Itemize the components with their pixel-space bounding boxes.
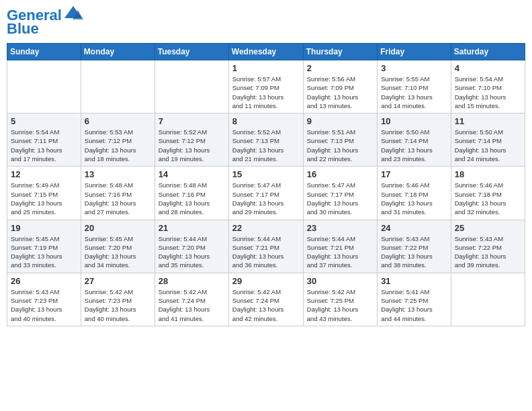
calendar-cell: 12Sunrise: 5:49 AMSunset: 7:15 PMDayligh… [7, 167, 81, 220]
day-info-line: Sunset: 7:22 PM [381, 244, 428, 251]
day-info-line: Sunrise: 5:52 AM [159, 128, 207, 136]
day-info-line: Sunrise: 5:44 AM [232, 235, 281, 242]
day-info-line: Sunrise: 5:44 AM [159, 235, 207, 242]
day-number: 19 [11, 223, 77, 233]
day-info-line: and 29 minutes. [232, 208, 278, 216]
day-info: Sunrise: 5:47 AMSunset: 7:17 PMDaylight:… [232, 181, 300, 216]
day-info-line: Daylight: 13 hours [232, 93, 284, 101]
day-info: Sunrise: 5:48 AMSunset: 7:16 PMDaylight:… [159, 181, 225, 216]
day-info: Sunrise: 5:41 AMSunset: 7:25 PMDaylight:… [381, 287, 447, 323]
day-info: Sunrise: 5:50 AMSunset: 7:14 PMDaylight:… [455, 128, 521, 163]
day-number: 14 [159, 169, 225, 179]
day-info-line: Sunset: 7:23 PM [85, 297, 132, 304]
day-info-line: Daylight: 13 hours [232, 146, 284, 154]
day-info-line: Sunrise: 5:54 AM [455, 75, 503, 83]
day-info-line: Sunrise: 5:47 AM [232, 181, 281, 189]
day-info-line: Sunset: 7:10 PM [381, 84, 428, 91]
day-info-line: Sunrise: 5:43 AM [11, 288, 59, 295]
day-info-line: and 37 minutes. [307, 261, 353, 269]
day-info-line: Daylight: 13 hours [455, 93, 506, 101]
day-info-line: Daylight: 13 hours [307, 93, 359, 101]
day-number: 12 [11, 169, 77, 179]
day-info-line: Sunrise: 5:46 AM [381, 181, 429, 189]
day-info-line: and 31 minutes. [381, 208, 427, 216]
day-info-line: Sunset: 7:25 PM [307, 297, 354, 304]
day-info-line: and 41 minutes. [159, 315, 204, 322]
day-info-line: Sunset: 7:19 PM [11, 244, 58, 251]
calendar-cell: 22Sunrise: 5:44 AMSunset: 7:21 PMDayligh… [228, 220, 303, 273]
day-info-line: and 13 minutes. [307, 102, 353, 109]
day-info-line: Daylight: 13 hours [381, 253, 433, 260]
day-info-line: Sunset: 7:16 PM [159, 191, 206, 198]
calendar-cell: 25Sunrise: 5:43 AMSunset: 7:22 PMDayligh… [451, 220, 525, 273]
day-info-line: and 24 minutes. [455, 155, 500, 163]
calendar-cell: 19Sunrise: 5:45 AMSunset: 7:19 PMDayligh… [7, 220, 81, 273]
day-info-line: Sunrise: 5:47 AM [307, 181, 355, 189]
day-info-line: Sunset: 7:20 PM [159, 244, 206, 251]
day-info-line: Sunrise: 5:53 AM [85, 128, 133, 136]
day-number: 10 [381, 116, 447, 126]
day-number: 26 [11, 276, 77, 286]
day-info-line: and 11 minutes. [232, 102, 278, 109]
day-info: Sunrise: 5:42 AMSunset: 7:23 PMDaylight:… [85, 287, 151, 323]
day-info-line: and 42 minutes. [232, 315, 278, 322]
day-info-line: and 25 minutes. [11, 208, 56, 216]
day-info: Sunrise: 5:45 AMSunset: 7:19 PMDaylight:… [11, 234, 77, 270]
day-info-line: Sunset: 7:09 PM [232, 84, 279, 91]
day-info-line: and 21 minutes. [232, 155, 278, 163]
day-number: 29 [232, 276, 300, 286]
day-number: 5 [11, 116, 77, 126]
calendar-cell [7, 60, 81, 113]
day-info-line: Sunrise: 5:42 AM [307, 288, 355, 295]
day-info: Sunrise: 5:44 AMSunset: 7:21 PMDaylight:… [307, 234, 373, 270]
day-info-line: Sunset: 7:13 PM [307, 137, 354, 144]
day-info-line: Sunset: 7:10 PM [455, 84, 502, 91]
calendar-cell [81, 60, 154, 113]
day-info: Sunrise: 5:51 AMSunset: 7:13 PMDaylight:… [307, 128, 373, 163]
day-info-line: Daylight: 13 hours [455, 199, 506, 207]
calendar-cell: 29Sunrise: 5:42 AMSunset: 7:24 PMDayligh… [228, 273, 303, 326]
day-info-line: and 40 minutes. [11, 315, 56, 322]
day-info: Sunrise: 5:56 AMSunset: 7:09 PMDaylight:… [307, 75, 373, 110]
calendar-cell: 8Sunrise: 5:52 AMSunset: 7:13 PMDaylight… [228, 113, 303, 167]
day-number: 13 [85, 169, 151, 179]
calendar-cell: 23Sunrise: 5:44 AMSunset: 7:21 PMDayligh… [303, 220, 377, 273]
page: General Blue SundayMondayTuesdayWednesda… [0, 0, 532, 411]
calendar-cell: 13Sunrise: 5:48 AMSunset: 7:16 PMDayligh… [81, 167, 154, 220]
calendar: SundayMondayTuesdayWednesdayThursdayFrid… [7, 43, 525, 326]
day-info: Sunrise: 5:47 AMSunset: 7:17 PMDaylight:… [307, 181, 373, 216]
calendar-cell: 1Sunrise: 5:57 AMSunset: 7:09 PMDaylight… [228, 60, 303, 113]
day-number: 1 [232, 63, 300, 73]
day-info-line: and 17 minutes. [11, 155, 56, 163]
day-info-line: and 39 minutes. [455, 261, 500, 269]
calendar-cell: 10Sunrise: 5:50 AMSunset: 7:14 PMDayligh… [378, 113, 451, 167]
day-info-line: Sunset: 7:25 PM [381, 297, 428, 304]
day-number: 28 [159, 276, 225, 286]
calendar-cell: 9Sunrise: 5:51 AMSunset: 7:13 PMDaylight… [303, 113, 377, 167]
day-info-line: Sunrise: 5:44 AM [307, 235, 355, 242]
day-info: Sunrise: 5:57 AMSunset: 7:09 PMDaylight:… [232, 75, 300, 110]
day-info-line: Sunrise: 5:48 AM [159, 181, 207, 189]
weekday-header: Friday [378, 44, 451, 60]
day-info-line: Daylight: 13 hours [11, 146, 62, 154]
day-info: Sunrise: 5:52 AMSunset: 7:12 PMDaylight:… [159, 128, 225, 163]
day-info: Sunrise: 5:42 AMSunset: 7:24 PMDaylight:… [159, 287, 225, 323]
day-info: Sunrise: 5:54 AMSunset: 7:11 PMDaylight:… [11, 128, 77, 163]
calendar-cell: 14Sunrise: 5:48 AMSunset: 7:16 PMDayligh… [154, 167, 228, 220]
day-info: Sunrise: 5:48 AMSunset: 7:16 PMDaylight:… [85, 181, 151, 216]
day-info-line: Sunset: 7:23 PM [11, 297, 58, 304]
day-info-line: and 43 minutes. [307, 315, 353, 322]
day-number: 9 [307, 116, 373, 126]
day-info-line: Sunset: 7:24 PM [159, 297, 206, 304]
day-info-line: Daylight: 13 hours [11, 306, 62, 313]
day-number: 17 [381, 169, 447, 179]
day-number: 4 [455, 63, 521, 73]
day-info-line: Sunset: 7:14 PM [455, 137, 502, 144]
calendar-cell: 2Sunrise: 5:56 AMSunset: 7:09 PMDaylight… [303, 60, 377, 113]
day-number: 21 [159, 223, 225, 233]
day-info-line: Sunset: 7:17 PM [307, 191, 354, 198]
day-info: Sunrise: 5:49 AMSunset: 7:15 PMDaylight:… [11, 181, 77, 216]
day-info-line: Daylight: 13 hours [85, 199, 136, 207]
day-info-line: Daylight: 13 hours [307, 306, 359, 313]
day-info-line: Sunset: 7:24 PM [232, 297, 279, 304]
